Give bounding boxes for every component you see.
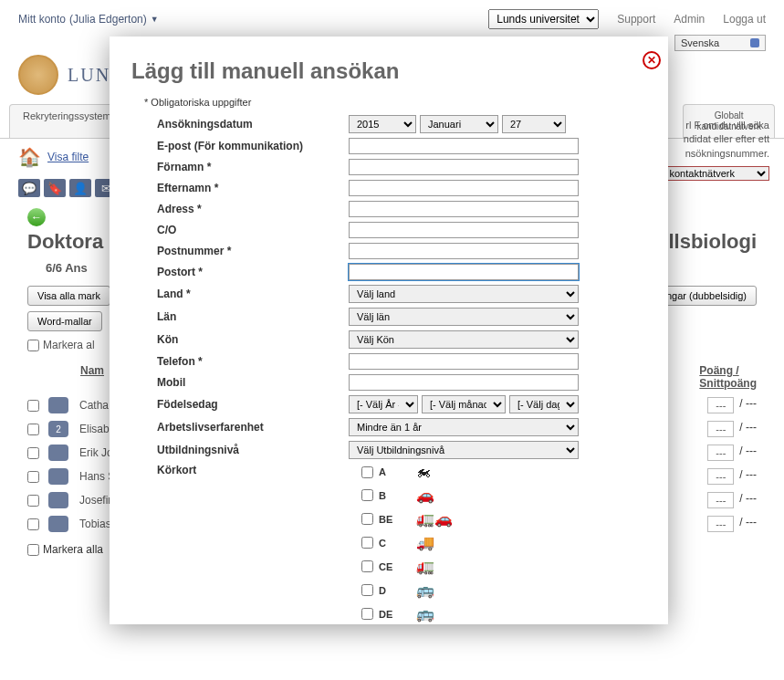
label-address: Adress * [157, 203, 349, 215]
license-row: DE 🚌 [361, 605, 646, 622]
label-mobile: Mobil [157, 376, 349, 389]
experience-select[interactable]: Mindre än 1 år [349, 418, 579, 436]
phone-field[interactable] [349, 353, 579, 370]
license-checkbox-C[interactable] [361, 537, 373, 549]
lastname-field[interactable] [349, 180, 579, 196]
license-row: C 🚚 [361, 534, 646, 551]
co-field[interactable] [349, 222, 579, 238]
label-license: Körkort [157, 464, 349, 476]
vehicle-icon: 🚗 [416, 486, 471, 504]
close-button[interactable]: ✕ [643, 51, 661, 69]
modal-title: Lägg till manuell ansökan [131, 58, 646, 84]
vehicle-icon: 🚌 [416, 581, 471, 599]
vehicle-icon: 🚚 [416, 534, 471, 551]
license-checkbox-B[interactable] [361, 489, 373, 501]
label-education: Utbildningsnivå [157, 444, 349, 456]
bday-day-select[interactable]: [- Välj dag -] [509, 395, 579, 413]
license-row: A 🏍 [361, 464, 646, 480]
label-date: Ansökningsdatum [157, 118, 349, 131]
label-lastname: Efternamn * [157, 182, 349, 194]
mobile-field[interactable] [349, 374, 579, 391]
license-checkbox-A[interactable] [361, 466, 373, 478]
license-code: BE [379, 514, 392, 525]
zip-field[interactable] [349, 243, 579, 259]
label-country: Land * [157, 288, 349, 300]
vehicle-icon: 🚛🚗 [416, 510, 471, 528]
label-email: E-post (För kommunikation) [157, 140, 349, 152]
city-field[interactable] [349, 264, 579, 280]
license-row: D 🚌 [361, 581, 646, 599]
education-select[interactable]: Välj Utbildningsnivå [349, 441, 579, 459]
label-gender: Kön [157, 333, 349, 346]
date-month-select[interactable]: Januari [420, 115, 498, 133]
label-county: Län [157, 310, 349, 323]
license-row: BE 🚛🚗 [361, 510, 646, 528]
license-code: A [379, 466, 386, 477]
license-row: CE 🚛 [361, 558, 646, 575]
vehicle-icon: 🚌 [416, 605, 471, 622]
label-city: Postort * [157, 266, 349, 278]
bday-year-select[interactable]: [- Välj År -] [349, 395, 418, 413]
label-firstname: Förnamn * [157, 161, 349, 173]
firstname-field[interactable] [349, 159, 579, 175]
email-field[interactable] [349, 138, 579, 154]
bday-month-select[interactable]: [- Välj månad - [422, 395, 506, 413]
gender-select[interactable]: Välj Kön [349, 330, 579, 349]
label-birthday: Födelsedag [157, 398, 349, 411]
license-checkbox-D[interactable] [361, 584, 373, 596]
label-co: C/O [157, 224, 349, 236]
license-code: DE [379, 609, 392, 620]
date-day-select[interactable]: 27 [502, 115, 566, 133]
license-code: C [379, 538, 386, 549]
country-select[interactable]: Välj land [349, 285, 579, 303]
label-experience: Arbetslivserfarenhet [157, 421, 349, 434]
label-zip: Postnummer * [157, 245, 349, 257]
license-code: B [379, 490, 386, 501]
county-select[interactable]: Välj län [349, 308, 579, 326]
license-code: D [379, 585, 386, 596]
vehicle-icon: 🚛 [416, 558, 471, 575]
license-code: CE [379, 561, 392, 572]
license-checkbox-BE[interactable] [361, 513, 373, 525]
license-checkbox-DE[interactable] [361, 608, 373, 620]
label-phone: Telefon * [157, 355, 349, 368]
date-year-select[interactable]: 2015 [349, 115, 416, 133]
required-note: * Obligatoriska uppgifter [144, 97, 646, 108]
vehicle-icon: 🏍 [416, 464, 471, 480]
license-row: B 🚗 [361, 486, 646, 504]
add-application-modal: ✕ Lägg till manuell ansökan * Obligatori… [110, 37, 668, 624]
license-checkbox-CE[interactable] [361, 560, 373, 572]
address-field[interactable] [349, 201, 579, 217]
